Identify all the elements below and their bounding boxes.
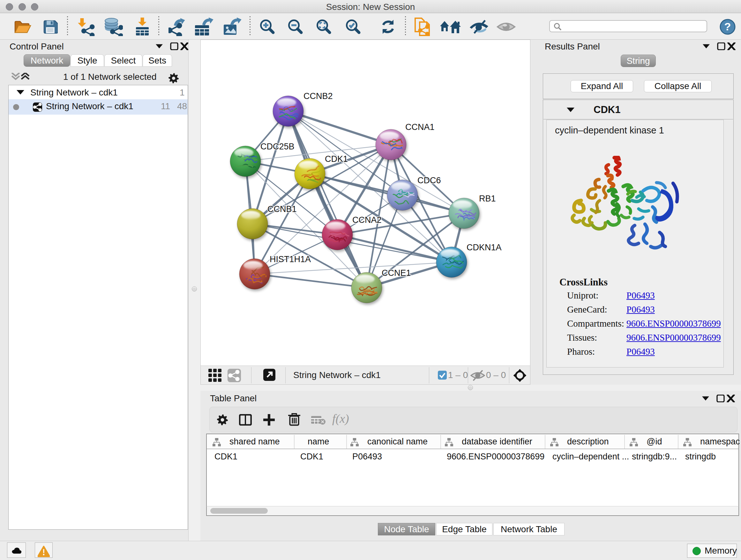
svg-text:CCNB1: CCNB1 bbox=[267, 204, 297, 214]
svg-text:?: ? bbox=[724, 20, 731, 33]
svg-text:CDKN1A: CDKN1A bbox=[467, 243, 502, 252]
svg-text:CDC25B: CDC25B bbox=[260, 142, 294, 151]
svg-text:CDC6: CDC6 bbox=[417, 176, 441, 185]
svg-text:HIST1H1A: HIST1H1A bbox=[270, 254, 311, 264]
svg-text:CDK1: CDK1 bbox=[325, 154, 348, 164]
svg-text:CCNE1: CCNE1 bbox=[382, 268, 411, 278]
svg-text:CCNA2: CCNA2 bbox=[352, 215, 382, 225]
svg-text:RB1: RB1 bbox=[479, 194, 496, 203]
svg-text:CCNA1: CCNA1 bbox=[405, 122, 434, 132]
svg-text:CCNB2: CCNB2 bbox=[304, 91, 333, 101]
